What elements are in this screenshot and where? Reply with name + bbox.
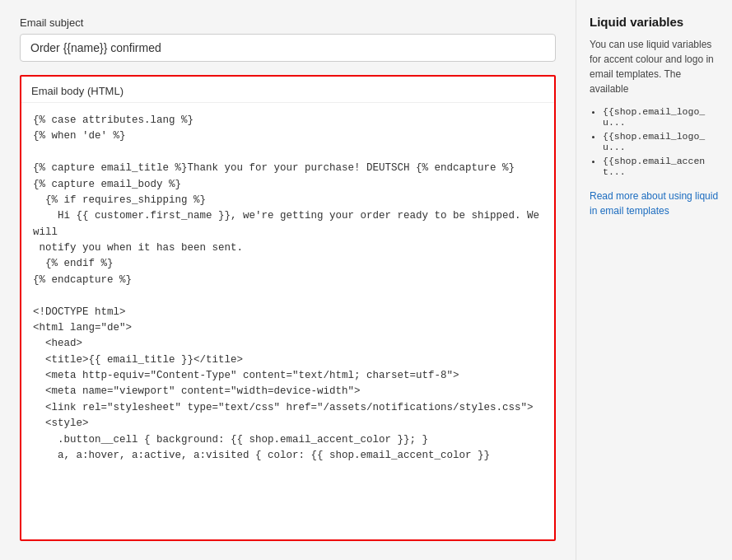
- email-body-section: Email body (HTML) {% case attributes.lan…: [20, 75, 556, 541]
- email-subject-label: Email subject: [20, 16, 556, 29]
- sidebar: Liquid variables You can use liquid vari…: [576, 0, 732, 560]
- list-item: {{shop.email_accent...: [603, 156, 719, 177]
- read-more-link[interactable]: Read more about using liquid in email te…: [590, 189, 719, 218]
- email-body-code[interactable]: {% case attributes.lang %} {% when 'de' …: [21, 103, 554, 539]
- list-item: {{shop.email_logo_u...: [603, 106, 719, 128]
- liquid-variables-list: {{shop.email_logo_u... {{shop.email_logo…: [590, 106, 719, 177]
- main-content: Email subject Email body (HTML) {% case …: [0, 0, 576, 560]
- sidebar-title: Liquid variables: [590, 15, 719, 29]
- sidebar-description: You can use liquid variables for accent …: [590, 37, 719, 96]
- email-subject-group: Email subject: [20, 16, 556, 62]
- email-subject-input[interactable]: [20, 34, 556, 62]
- list-item: {{shop.email_logo_u...: [603, 131, 719, 152]
- email-body-label: Email body (HTML): [21, 77, 554, 103]
